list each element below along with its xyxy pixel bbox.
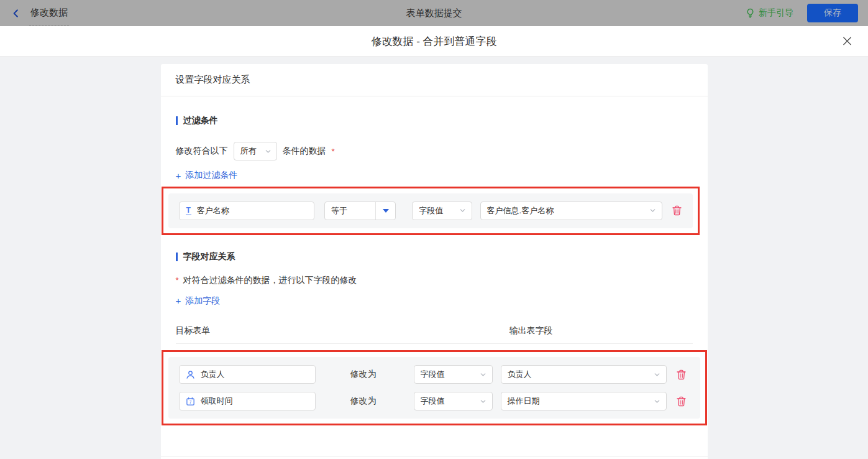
modal-header: 修改数据 - 合并到普通字段 [0,26,868,57]
filter-value-select[interactable]: 客户信息.客户名称 [480,202,663,220]
mapping-column-headers: 目标表单 输出表字段 [176,325,693,344]
modify-to-label: 修改为 [350,396,377,407]
filter-sentence-suffix: 条件的数据 [283,146,326,157]
section-accent-bar [176,253,178,261]
mapping-section-title: 字段对应关系 [176,251,693,262]
card-header-title: 设置字段对应关系 [161,64,708,96]
back-button[interactable]: 修改数据 [11,0,69,26]
lightbulb-icon [746,8,755,18]
page-background: 设置字段对应关系 过滤条件 修改符合以下 所有 条件的数据 * + [0,57,868,459]
wizard-footer: 上一步：设置触发动作 完成 下一步：设置新增数据 其他设置 [161,457,708,459]
chevron-down-icon [654,398,660,405]
mapping-value-select[interactable]: 操作日期 [501,392,667,410]
mapping-row: 7 领取时间 修改为 字段值 操作日期 [179,392,690,410]
modify-to-label: 修改为 [350,369,377,380]
section-accent-bar [176,116,178,125]
chevron-left-icon[interactable] [11,9,21,18]
workflow-title[interactable]: 修改数据 [29,0,69,26]
mapping-value-type-select[interactable]: 字段值 [414,365,493,384]
svg-text:7: 7 [189,400,191,404]
target-field-box[interactable]: 7 领取时间 [179,392,316,410]
chevron-down-icon [654,371,660,378]
plus-icon: + [176,296,181,305]
top-bar: 修改数据 表单数据提交 新手引导 保存 [0,0,868,26]
save-button[interactable]: 保存 [807,4,858,22]
mapping-annotation-box: 负责人 修改为 字段值 负责人 [162,350,707,425]
operator-select[interactable]: 等于 [324,202,396,220]
delete-condition-button[interactable] [672,205,682,216]
caret-down-icon[interactable] [375,202,395,220]
add-filter-condition-link[interactable]: + 添加过滤条件 [176,170,238,181]
filter-rows-container: T 客户名称 等于 字段值 [168,193,693,228]
delete-mapping-button[interactable] [677,369,686,380]
chevron-down-icon [480,371,487,378]
mapping-row: 负责人 修改为 字段值 负责人 [179,365,690,384]
settings-card: 设置字段对应关系 过滤条件 修改符合以下 所有 条件的数据 * + [161,64,708,459]
required-asterisk: * [176,276,179,285]
filter-section-title: 过滤条件 [176,115,693,126]
beginner-guide-link[interactable]: 新手引导 [746,7,793,19]
text-field-icon: T [186,206,191,215]
filter-value-type-select[interactable]: 字段值 [412,202,472,220]
filter-field-label: 客户名称 [197,205,229,216]
chevron-down-icon [459,207,466,214]
target-field-box[interactable]: 负责人 [179,365,316,384]
filter-condition-row: T 客户名称 等于 字段值 [179,202,682,220]
mapping-value-type-select[interactable]: 字段值 [414,392,493,410]
plus-icon: + [176,171,181,180]
column-target-form: 目标表单 [176,325,211,335]
app-title: 表单数据提交 [406,7,462,19]
target-field-label: 领取时间 [201,396,233,407]
delete-mapping-button[interactable] [677,396,686,407]
chevron-down-icon [265,148,272,155]
filter-sentence-prefix: 修改符合以下 [176,146,228,157]
chevron-down-icon [649,207,656,214]
required-asterisk: * [332,147,335,156]
user-icon [186,370,195,379]
beginner-guide-label: 新手引导 [759,7,793,19]
calendar-icon: 7 [186,397,195,406]
mapping-description: * 对符合过滤条件的数据，进行以下字段的修改 [176,275,693,286]
mapping-value-select[interactable]: 负责人 [501,365,667,384]
mapping-rows-container: 负责人 修改为 字段值 负责人 [168,357,700,419]
chevron-down-icon [480,398,487,405]
match-mode-select[interactable]: 所有 [234,142,277,160]
filter-field-box[interactable]: T 客户名称 [179,202,315,220]
target-field-label: 负责人 [201,369,225,380]
close-icon[interactable] [842,36,852,47]
modal-title: 修改数据 - 合并到普通字段 [371,34,496,49]
column-output-field: 输出表字段 [509,325,553,336]
filter-sentence: 修改符合以下 所有 条件的数据 * [176,142,693,160]
add-field-link[interactable]: + 添加字段 [176,295,221,307]
filter-annotation-box: T 客户名称 等于 字段值 [162,187,700,235]
